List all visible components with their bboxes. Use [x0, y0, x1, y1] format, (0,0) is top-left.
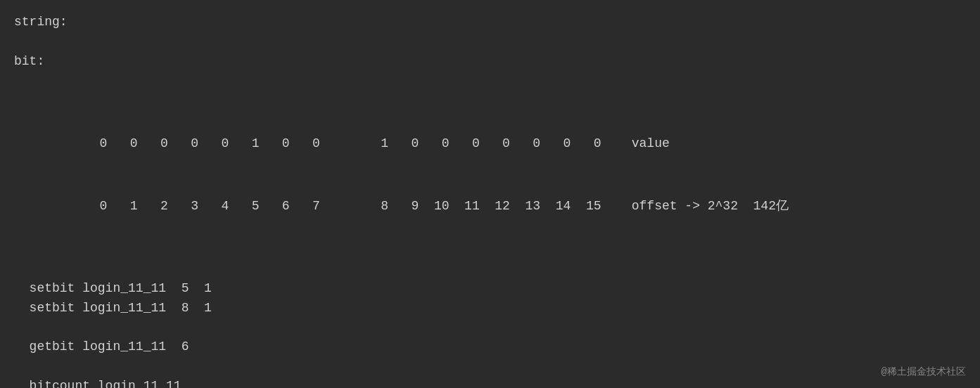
getbit-cmd: getbit login_11_11 6 — [14, 337, 966, 357]
empty-5 — [14, 357, 966, 377]
bit-row-offsets: 0 1 2 3 4 5 6 7 8 9 10 11 12 13 14 15 of… — [84, 197, 966, 216]
bit-row-values: 0 0 0 0 0 1 0 0 1 0 0 0 0 0 0 0 value — [84, 134, 966, 154]
bit-label: bit: — [14, 52, 966, 72]
setbit-cmd2: setbit login_11_11 8 1 — [14, 299, 966, 318]
setbit-cmd1: setbit login_11_11 5 1 — [14, 279, 966, 299]
watermark: @稀土掘金技术社区 — [882, 366, 966, 378]
empty-4 — [14, 318, 966, 338]
empty-2 — [14, 72, 966, 91]
string-label: string: — [14, 13, 966, 32]
empty-3 — [14, 259, 966, 279]
empty-1 — [14, 32, 966, 52]
bitcount-cmd: bitcount login_11_11 — [14, 377, 966, 388]
